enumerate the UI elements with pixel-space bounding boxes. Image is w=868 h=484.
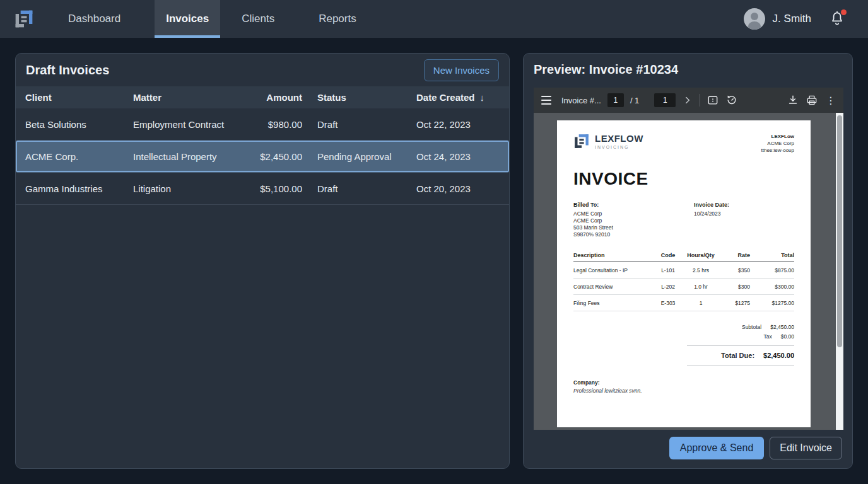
cell-matter: Litigation <box>133 183 235 194</box>
doc-col-total: Total <box>750 252 794 258</box>
nav-item-reports[interactable]: Reports <box>319 0 379 38</box>
col-header-amount[interactable]: Amount <box>235 92 302 103</box>
item-code: E-303 <box>654 300 682 306</box>
doc-brand-name: LEXFLOW <box>595 133 643 144</box>
item-description: Legal Consultation - IP <box>573 267 654 274</box>
totals-divider <box>687 365 794 366</box>
line-item-row: Filing Fees E-303 1 $1275 $1275.00 <box>573 295 794 311</box>
billed-to-label: Billed To: <box>573 202 694 208</box>
table-row-gamma-industries[interactable]: Gamma Industries Litigation $5,100.00 Dr… <box>16 173 509 205</box>
cell-matter: Intellectual Property <box>133 151 235 162</box>
tax-row: Tax $0.00 <box>687 332 794 342</box>
invoice-date-label: Invoice Date: <box>694 202 794 208</box>
billed-line: 503 Marin Street <box>573 224 694 231</box>
invoice-date-block: Invoice Date: 10/24/2023 <box>694 202 794 238</box>
invoice-totals: Subtotal $2,450.00 Tax $0.00 Total Due: … <box>687 323 794 366</box>
doc-brand: LEXFLOW INVOICING <box>573 133 643 154</box>
notification-bell-icon[interactable] <box>829 10 847 28</box>
col-header-date[interactable]: Date Created ↓ <box>416 92 500 103</box>
draft-invoices-panel: Draft Invoices New Invoices Client Matte… <box>15 53 510 469</box>
cell-client: Beta Solutions <box>25 119 133 130</box>
item-description: Contract Review <box>573 284 654 290</box>
cell-date: Oct 22, 2023 <box>416 119 500 130</box>
nav-label: Clients <box>242 13 274 25</box>
new-invoices-button[interactable]: New Invoices <box>424 59 499 81</box>
nav-item-dashboard[interactable]: Dashboard <box>68 0 143 38</box>
subtotal-row: Subtotal $2,450.00 <box>687 323 794 332</box>
tax-value: $0.00 <box>781 332 794 342</box>
item-qty: 2.5 hrs <box>682 267 720 274</box>
item-description: Filing Fees <box>573 300 654 306</box>
pdf-scrollbar-thumb[interactable] <box>837 115 842 347</box>
approve-send-button[interactable]: Approve & Send <box>669 437 765 459</box>
col-header-status[interactable]: Status <box>302 92 416 103</box>
invoice-date-value: 10/24/2023 <box>694 210 794 217</box>
invoice-company-note: Company: Professional lewitzieax svnn. <box>573 379 794 394</box>
nav-label: Dashboard <box>68 13 120 25</box>
top-nav: Dashboard Invoices Clients Reports J. Sm… <box>0 0 868 38</box>
doc-header-line: LEXFLow <box>761 133 794 140</box>
nav-label: Invoices <box>166 13 209 25</box>
download-icon[interactable] <box>787 94 799 107</box>
zoom-level-input[interactable] <box>654 93 676 107</box>
table-row-beta-solutions[interactable]: Beta Solutions Employment Contract $980.… <box>16 108 509 141</box>
nav-item-clients[interactable]: Clients <box>242 0 297 38</box>
doc-col-rate: Rate <box>720 252 750 258</box>
pdf-filename: Invoice #... <box>561 96 601 105</box>
total-due-label: Total Due: <box>687 350 754 361</box>
rotate-icon[interactable] <box>725 94 738 107</box>
col-header-client[interactable]: Client <box>25 92 133 103</box>
menu-icon[interactable] <box>540 95 553 106</box>
main-nav: Dashboard Invoices Clients Reports <box>47 0 379 38</box>
draft-panel-header: Draft Invoices New Invoices <box>16 54 509 86</box>
item-total: $300.00 <box>750 284 794 290</box>
nav-label: Reports <box>319 13 356 25</box>
line-items-header: Description Code Hours/Qty Rate Total <box>573 248 794 262</box>
print-icon[interactable] <box>806 94 818 107</box>
user-avatar[interactable] <box>744 8 765 30</box>
invoice-meta: Billed To: ACME Corp ACME Corp 503 Marin… <box>573 202 794 238</box>
company-note: Professional lewitzieax svnn. <box>573 388 794 394</box>
app-logo-icon[interactable] <box>14 9 34 29</box>
fit-page-icon[interactable] <box>707 94 719 107</box>
cell-date: Oct 24, 2023 <box>416 151 500 162</box>
chevron-right-icon[interactable] <box>682 95 693 106</box>
preview-title: Preview: Invoice #10234 <box>524 54 852 83</box>
pdf-viewer: Invoice #... / 1 <box>534 88 843 430</box>
doc-col-code: Code <box>654 252 682 258</box>
invoice-document: LEXFLOW INVOICING LEXFLow ACME Corp tthe… <box>557 120 811 427</box>
totals-divider <box>687 345 794 346</box>
item-total: $1275.00 <box>750 300 794 306</box>
doc-header-line: ACME Corp <box>761 140 794 147</box>
page-number-input[interactable] <box>607 93 624 107</box>
billed-line: ACME Corp <box>573 217 694 224</box>
item-code: L-202 <box>654 284 682 290</box>
item-qty: 1 <box>682 300 720 306</box>
cell-status: Draft <box>302 183 416 194</box>
col-header-matter[interactable]: Matter <box>133 92 235 103</box>
doc-header-right: LEXFLow ACME Corp tthee:iew-ooup <box>761 133 794 154</box>
table-row-acme-corp-selected[interactable]: ACME Corp. Intellectual Property $2,450.… <box>16 141 509 173</box>
billed-to-block: Billed To: ACME Corp ACME Corp 503 Marin… <box>573 202 694 238</box>
nav-item-invoices[interactable]: Invoices <box>155 0 220 38</box>
sort-descending-icon[interactable]: ↓ <box>480 92 485 103</box>
edit-invoice-button[interactable]: Edit Invoice <box>770 437 842 459</box>
line-item-row: Contract Review L-202 1.0 hr $300 $300.0… <box>573 279 794 295</box>
cell-status: Draft <box>302 119 416 130</box>
line-item-row: Legal Consultation - IP L-101 2.5 hrs $3… <box>573 262 794 279</box>
item-rate: $1275 <box>720 300 750 306</box>
cell-amount: $2,450.00 <box>235 151 302 162</box>
more-options-icon[interactable]: ⋮ <box>824 95 837 107</box>
nav-right: J. Smith <box>744 0 868 38</box>
notification-dot <box>841 9 847 15</box>
tax-label: Tax <box>687 332 772 342</box>
cell-client: Gamma Industries <box>25 183 133 194</box>
page-count: / 1 <box>630 96 639 105</box>
item-rate: $300 <box>720 284 750 290</box>
item-rate: $350 <box>720 267 750 274</box>
pdf-toolbar: Invoice #... / 1 <box>534 88 843 113</box>
invoice-line-items-table: Description Code Hours/Qty Rate Total Le… <box>573 248 794 311</box>
pdf-scrollbar[interactable] <box>836 113 843 430</box>
cell-amount: $980.00 <box>235 119 302 130</box>
col-header-date-label: Date Created <box>416 92 475 103</box>
